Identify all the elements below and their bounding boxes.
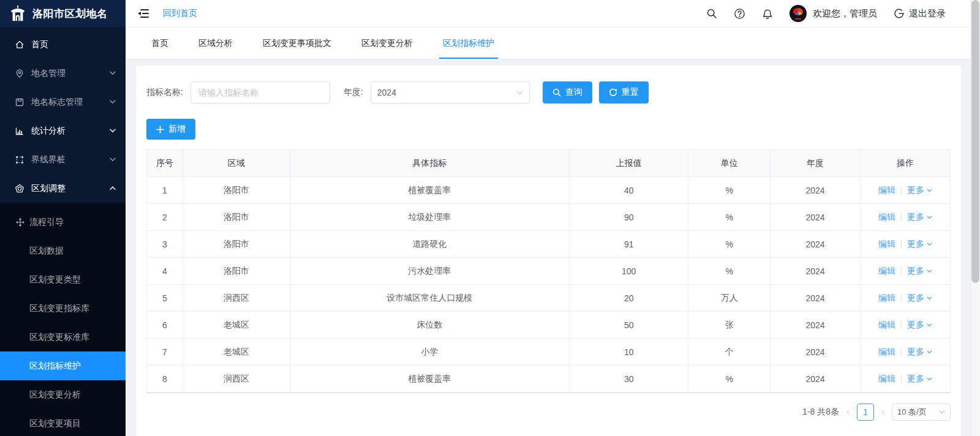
boundary-frame-icon — [15, 155, 24, 165]
tab-indicator-maintain[interactable]: 区划指标维护 — [443, 28, 494, 59]
tab-region-analysis[interactable]: 区域分析 — [198, 28, 233, 59]
more-link[interactable]: 更多 — [907, 347, 932, 358]
back-home-link[interactable]: 回到首页 — [163, 8, 197, 19]
edit-link[interactable]: 编辑 — [878, 239, 895, 250]
cell-region: 老城区 — [183, 339, 290, 366]
cell-index: 1 — [147, 177, 183, 204]
cell-indicator: 设市城区常住人口规模 — [290, 285, 570, 312]
more-link[interactable]: 更多 — [907, 239, 932, 250]
table-row: 2 洛阳市 垃圾处理率 90 % 2024 编辑更多 — [147, 204, 951, 231]
app-title: 洛阳市区划地名 — [32, 7, 108, 21]
pagination: 1-8 共8条 1 10 条/页 — [146, 393, 951, 431]
cell-index: 8 — [147, 366, 183, 393]
cell-index: 5 — [147, 285, 183, 312]
cell-value: 50 — [570, 312, 688, 339]
sidebar-item-district-adjust[interactable]: 区划调整 — [0, 174, 126, 203]
scrollbar[interactable] — [970, 0, 980, 436]
sidebar-item-statistics[interactable]: 统计分析 — [0, 116, 126, 145]
more-link[interactable]: 更多 — [907, 320, 932, 331]
submenu-item-change-project[interactable]: 区划变更项目 — [0, 409, 126, 436]
notification-bell-icon[interactable] — [762, 8, 773, 20]
edit-link[interactable]: 编辑 — [878, 347, 895, 358]
submenu-item-district-data[interactable]: 区划数据 — [0, 236, 126, 265]
edit-link[interactable]: 编辑 — [878, 320, 895, 331]
cell-actions: 编辑更多 — [861, 204, 951, 231]
submenu-item-label: 流程引导 — [29, 217, 64, 228]
search-icon[interactable] — [706, 8, 717, 19]
chevron-down-icon — [927, 216, 932, 219]
cell-indicator: 污水处理率 — [290, 258, 570, 285]
reset-button-label: 重置 — [622, 87, 639, 98]
cell-index: 4 — [147, 258, 183, 285]
sidebar-item-boundary[interactable]: 界线界桩 — [0, 145, 126, 174]
table-row: 7 老城区 小学 10 个 2024 编辑更多 — [147, 339, 951, 366]
cell-indicator: 床位数 — [290, 312, 570, 339]
submenu-item-label: 区划变更指标库 — [29, 303, 89, 314]
edit-link[interactable]: 编辑 — [878, 293, 895, 304]
submenu-item-indicator-maintain[interactable]: 区划指标维护 — [0, 351, 126, 380]
tab-change-analysis[interactable]: 区划变更分析 — [361, 28, 413, 59]
logout-button[interactable]: 退出登录 — [894, 8, 946, 20]
help-icon[interactable] — [734, 8, 745, 20]
edit-link[interactable]: 编辑 — [878, 212, 895, 223]
year-select[interactable]: 2024 — [371, 81, 530, 103]
table-row: 8 涧西区 植被覆盖率 30 % 2024 编辑更多 — [147, 366, 951, 393]
add-button[interactable]: 新增 — [146, 119, 195, 140]
scrollbar-thumb[interactable] — [971, 0, 979, 283]
submenu-item-change-type[interactable]: 区划变更类型 — [0, 265, 126, 294]
sidebar-item-placename-sign-mgmt[interactable]: 地名标志管理 — [0, 88, 126, 116]
chevron-down-icon — [927, 350, 932, 354]
home-icon — [15, 40, 24, 50]
tab-label: 区划指标维护 — [443, 38, 494, 49]
cell-year: 2024 — [771, 366, 861, 393]
tab-change-approval-doc[interactable]: 区划变更事项批文 — [263, 28, 331, 59]
indicator-name-input[interactable] — [190, 81, 330, 103]
divider — [901, 348, 902, 356]
sidebar: 洛阳市区划地名 首页 地名管理 — [0, 0, 126, 436]
sidebar-item-placename-mgmt[interactable]: 地名管理 — [0, 59, 126, 88]
next-page-icon[interactable] — [880, 408, 886, 416]
more-link[interactable]: 更多 — [907, 374, 932, 385]
tab-home[interactable]: 首页 — [151, 28, 168, 59]
more-link[interactable]: 更多 — [907, 212, 932, 223]
edit-link[interactable]: 编辑 — [878, 374, 895, 385]
collapse-sidebar-icon[interactable] — [136, 7, 149, 20]
more-link[interactable]: 更多 — [907, 293, 932, 304]
sidebar-submenu: 流程引导 区划数据 区划变更类型 区划变更指标库 区划变更标准库 区划指标维护 … — [0, 203, 126, 436]
submenu-item-change-indicator-lib[interactable]: 区划变更指标库 — [0, 294, 126, 323]
topbar: 回到首页 欢迎您，管 — [126, 0, 970, 28]
cell-unit: % — [688, 231, 771, 258]
submenu-item-label: 区划变更标准库 — [29, 332, 89, 343]
divider — [901, 213, 902, 221]
page-size-select[interactable]: 10 条/页 — [892, 404, 951, 421]
tabbar: 首页 区域分析 区划变更事项批文 区划变更分析 区划指标维护 — [126, 28, 970, 59]
more-link[interactable]: 更多 — [907, 185, 932, 196]
col-header-index: 序号 — [147, 150, 183, 177]
submenu-item-change-standard-lib[interactable]: 区划变更标准库 — [0, 323, 126, 351]
cell-region: 涧西区 — [183, 366, 290, 393]
submenu-item-process-guide[interactable]: 流程引导 — [0, 208, 126, 236]
chevron-down-icon — [516, 91, 523, 95]
chevron-down-icon — [927, 296, 932, 300]
edit-link[interactable]: 编辑 — [878, 185, 895, 196]
cell-region: 洛阳市 — [183, 204, 290, 231]
cell-year: 2024 — [771, 231, 861, 258]
avatar[interactable] — [790, 5, 807, 22]
col-header-actions: 操作 — [861, 150, 951, 177]
chevron-down-icon — [939, 410, 945, 414]
prev-page-icon[interactable] — [845, 408, 851, 416]
year-select-value: 2024 — [377, 88, 396, 97]
cell-value: 90 — [570, 204, 688, 231]
current-page-button[interactable]: 1 — [857, 404, 874, 421]
content-card: 指标名称: 年度: 2024 查询 — [136, 66, 961, 436]
cell-value: 10 — [570, 339, 688, 366]
divider — [901, 267, 902, 275]
more-link[interactable]: 更多 — [907, 266, 932, 277]
cell-unit: 张 — [688, 312, 771, 339]
sidebar-item-home[interactable]: 首页 — [0, 30, 126, 59]
edit-link[interactable]: 编辑 — [878, 266, 895, 277]
logout-label: 退出登录 — [909, 8, 946, 20]
submenu-item-change-analysis[interactable]: 区划变更分析 — [0, 380, 126, 409]
reset-button[interactable]: 重置 — [599, 81, 649, 103]
search-button[interactable]: 查询 — [543, 81, 592, 103]
